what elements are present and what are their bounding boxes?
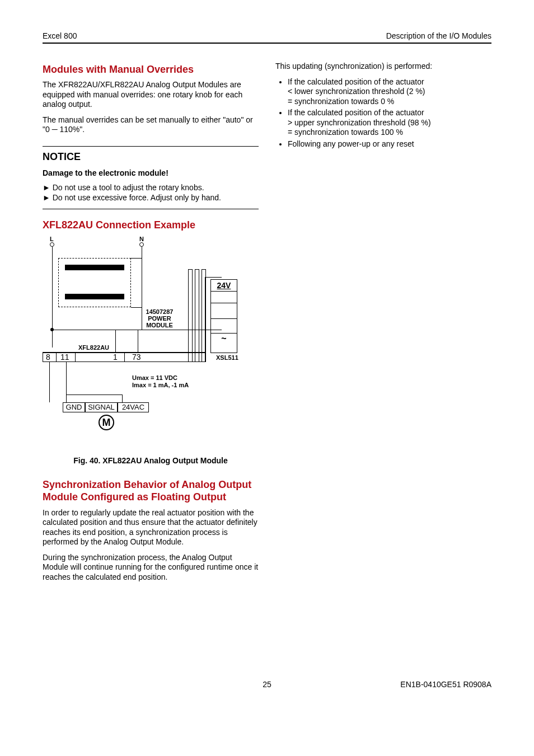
wire-n-join2 [131,307,142,308]
xsl-hline-2 [210,318,237,319]
xsl-tilde: ~ [210,333,237,345]
wire-24vac-h [66,395,122,395]
xsl-24v: 24V [210,279,237,292]
para-overrides-2: The manual overrides can be set manually… [43,115,259,135]
bullet-1-line-c: = synchronization towards 0 % [288,97,394,106]
bullet-3: Following any power-up or any reset [288,139,491,149]
notice-list: Do not use a tool to adjust the rotary k… [43,183,259,202]
header-rule [43,43,491,44]
diagram-label-n: N [139,236,144,242]
bullet-2-line-c: = synchronization towards 100 % [288,128,403,137]
module-bar-left [43,352,43,362]
term-div-1 [56,352,57,362]
switch-bar-2 [65,294,124,299]
diagram-xfl822au: L N [43,236,259,448]
pm-3: MODULE [140,322,179,328]
sync-bullet-list: If the calculated position of the actuat… [275,77,491,149]
bullet-1-line-b: < lower synchronization threshold (2 %) [288,87,425,96]
wire-l [52,247,53,348]
wire-11-down [66,362,67,402]
right-column: This updating (synchronization) is perfo… [275,64,491,588]
wire-bus-right-1 [205,277,222,278]
left-column: Modules with Manual Overrides The XFR822… [43,64,259,588]
cell-24vac: 24VAC [118,402,149,412]
bullet-2-line-a: If the calculated position of the actuat… [288,108,424,117]
diagram-terminal-l [50,242,54,247]
xsl-col-1 [188,269,193,362]
heading-modules-overrides: Modules with Manual Overrides [43,64,259,76]
switch-bar-1 [65,265,124,270]
cell-gnd: GND [63,402,85,412]
notice-subhead: Damage to the electronic module! [43,168,259,177]
notice-title: NOTICE [43,151,259,163]
figure-caption: Fig. 40. XFL822AU Analog Output Module [43,456,259,465]
term-div-3 [124,352,125,362]
header-left: Excel 800 [43,31,77,40]
notice-rule-top [43,146,259,147]
wire-n-top [142,247,142,258]
wire-bus-top [52,330,205,330]
pm-1: 14507287 [140,308,179,315]
diagram-label-l: L [50,236,54,242]
heading-sync-behavior: Synchronization Behavior of Analog Outpu… [43,478,259,504]
notice-item-1: Do not use a tool to adjust the rotary k… [43,183,259,192]
wire-drop-73 [138,330,138,352]
para-sync-2: During the synchronization process, the … [43,553,259,583]
para-overrides-1: The XFR822AU/XFLR822AU Analog Output Mod… [43,80,259,110]
bullet-1: If the calculated position of the actuat… [288,77,491,107]
term-div-2 [75,352,76,362]
xsl-col-2 [195,269,199,362]
imax-line: Imax = 1 mA, -1 mA [132,382,189,388]
xsl-hline-1 [210,303,237,303]
diagram-label-xfl822au: XFL822AU [78,344,109,351]
bullet-1-line-a: If the calculated position of the actuat… [288,77,424,86]
term-1: 1 [113,353,118,361]
term-73: 73 [132,353,141,361]
bullet-2: If the calculated position of the actuat… [288,108,491,138]
wire-24vac-v [122,395,123,402]
wire-n-mid [142,258,142,307]
para-sync-intro: This updating (synchronization) is perfo… [275,62,491,72]
term-8: 8 [46,353,50,361]
xsl-label: XSL511 [216,354,238,361]
bullet-2-line-b: > upper synchronization threshold (98 %) [288,118,431,127]
wire-8-down [49,362,50,402]
m-circle: M [99,415,114,430]
wire-drop-1 [115,330,116,352]
header-right: Description of the I/O Modules [386,31,491,40]
xsl-col-3 [202,269,206,362]
term-11: 11 [60,353,69,361]
umax-line: Umax = 11 VDC [132,374,177,381]
para-sync-1: In order to regularly update the real ac… [43,508,259,547]
diagram-terminal-n [139,242,144,247]
pm-2: POWER [140,315,179,322]
page-number: 25 [43,680,491,689]
notice-rule-bottom [43,209,259,209]
wire-n-join [131,258,142,259]
cell-signal: SIGNAL [85,402,118,412]
notice-item-2: Do not use excessive force. Adjust only … [43,193,259,202]
heading-connection-example: XFL822AU Connection Example [43,219,259,231]
footer: 25 EN1B-0410GE51 R0908A [43,680,491,689]
